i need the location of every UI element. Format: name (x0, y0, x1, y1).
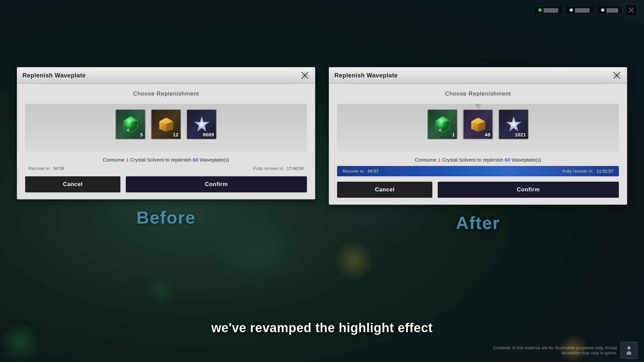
before-close-icon (301, 72, 309, 79)
before-buttons-row: Cancel Confirm (25, 176, 307, 192)
after-item-cube-box: 48 (463, 109, 493, 139)
after-header-line (329, 83, 627, 83)
before-item-star-box: 8689 (186, 109, 217, 139)
after-cancel-button[interactable]: Cancel (337, 182, 432, 198)
hud-dot-green (538, 8, 542, 12)
before-dialog-header: Replenish Waveplate (17, 67, 315, 84)
before-fully-recover-time: 17:46:59 (286, 166, 304, 171)
before-dialog-body: Choose Replenishment (17, 84, 315, 199)
after-item-star[interactable]: 1021 (498, 109, 529, 139)
star-icon-before (193, 115, 211, 134)
top-hud: ▓▓▓▓▓ ▓▓▓▓▓ ▓▓▓▓ (0, 0, 644, 20)
after-item-star-count: 1021 (515, 132, 526, 137)
after-section-title: Choose Replenishment (337, 90, 619, 97)
after-item-cube[interactable]: 48 (463, 109, 493, 139)
after-dialog: Replenish Waveplate Choose Replenishment (329, 67, 627, 205)
svg-point-26 (627, 346, 631, 350)
after-fully-recover-label: Fully recover in: 11:52:57 (562, 169, 613, 174)
svg-marker-19 (442, 121, 449, 132)
after-recover-time: 04:57 (368, 169, 379, 174)
after-close-icon (613, 72, 621, 79)
cube-icon-after (469, 115, 487, 134)
char-silhouette (624, 345, 634, 355)
after-item-star-box: 1021 (498, 109, 529, 139)
before-item-cube-count: 12 (173, 132, 178, 137)
after-item-cube-count: 48 (485, 132, 490, 137)
before-label: Before (137, 207, 196, 228)
before-item-gem-box: 5 (115, 109, 146, 139)
after-recover-label: Recover in: 04:57 (342, 169, 379, 174)
before-recover-time: 04:59 (53, 166, 64, 171)
hud-dot-white-2 (601, 8, 604, 12)
after-dialog-body: Choose Replenishment (329, 84, 627, 204)
svg-marker-6 (130, 121, 137, 132)
after-item-gem[interactable]: 1 (427, 109, 458, 139)
before-item-cube[interactable]: 12 (151, 109, 181, 139)
before-waveplate-amount: 60 (193, 157, 198, 163)
before-cancel-button[interactable]: Cancel (25, 176, 120, 192)
after-timer-bar: Recover in: 04:57 Fully recover in: 11:5… (337, 166, 619, 176)
gem-icon-after (433, 115, 452, 134)
before-dialog-title: Replenish Waveplate (22, 72, 86, 79)
after-buttons-row: Cancel Confirm (337, 182, 619, 198)
after-close-button[interactable] (612, 71, 622, 80)
svg-rect-7 (127, 129, 129, 131)
star-icon-after (504, 115, 523, 134)
disclaimer-text: Contents of this material are for illust… (483, 345, 617, 355)
after-items-row: 1 (342, 109, 613, 139)
svg-point-25 (512, 123, 516, 126)
after-panel-wrapper: Replenish Waveplate Choose Replenishment (329, 67, 627, 233)
hud-item-2: ▓▓▓▓▓ (565, 6, 594, 14)
after-confirm-button[interactable]: Confirm (438, 182, 619, 198)
after-item-gem-count: 1 (452, 132, 455, 137)
before-timer-row: Recover in: 04:59 Fully recover in: 17:4… (25, 166, 307, 171)
before-close-button[interactable] (300, 71, 310, 80)
before-items-row: 5 (31, 109, 302, 139)
gem-icon (121, 115, 140, 134)
hud-close-btn[interactable] (625, 4, 637, 16)
before-recover-label: Recover in: 04:59 (29, 166, 64, 171)
after-item-gem-box: 1 (427, 109, 458, 139)
close-hud-icon (628, 7, 635, 13)
after-consume-amount: 1 (438, 157, 440, 163)
before-item-star[interactable]: 8689 (186, 109, 217, 139)
after-dialog-header: Replenish Waveplate (329, 67, 627, 84)
before-item-star-count: 8689 (203, 132, 214, 137)
selection-arrow (475, 104, 481, 109)
subtitle-text: we've revamped the highlight effect (0, 321, 644, 335)
before-panel-wrapper: Replenish Waveplate Choose Replenishment (17, 67, 315, 233)
before-item-gem[interactable]: 5 (115, 109, 146, 139)
panels-container: Replenish Waveplate Choose Replenishment (17, 67, 627, 233)
after-dialog-title: Replenish Waveplate (334, 72, 398, 79)
hud-item-1: ▓▓▓▓▓ (534, 6, 563, 14)
svg-point-12 (200, 123, 204, 126)
hud-dot-white-1 (570, 8, 573, 12)
after-label: After (456, 213, 500, 233)
hud-item-3: ▓▓▓▓ (597, 6, 623, 14)
spacer (337, 179, 619, 182)
after-consume-text: Consume 1 Crystal Solvent to replenish 6… (337, 157, 619, 163)
before-section-title: Choose Replenishment (25, 90, 307, 97)
before-fully-recover-label: Fully recover in: 17:46:59 (253, 166, 304, 171)
char-icon (621, 342, 637, 359)
before-header-line (17, 83, 315, 83)
before-consume-amount: 1 (126, 157, 128, 163)
before-dialog: Replenish Waveplate Choose Replenishment (17, 67, 315, 199)
after-fully-recover-time: 11:52:57 (596, 169, 613, 174)
after-waveplate-amount: 60 (504, 157, 510, 163)
before-confirm-button[interactable]: Confirm (126, 176, 307, 192)
cube-icon-before (157, 115, 175, 134)
svg-rect-20 (439, 129, 441, 131)
before-consume-text: Consume 1 Crystal Solvent to replenish 6… (25, 157, 307, 163)
before-item-cube-box: 12 (151, 109, 181, 139)
before-item-gem-count: 5 (140, 132, 143, 137)
